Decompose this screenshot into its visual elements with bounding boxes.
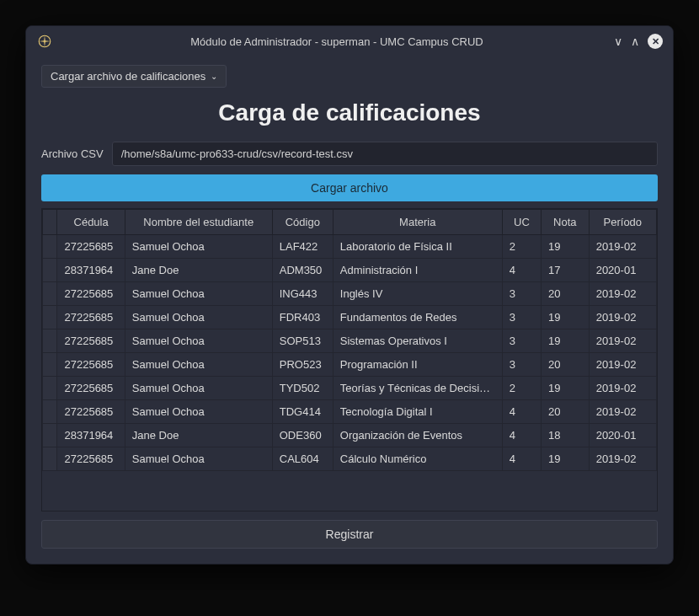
cell-cedula[interactable]: 27225685 (57, 377, 125, 400)
table-row[interactable]: 28371964Jane DoeADM350Administración I41… (43, 259, 657, 282)
cell-cedula[interactable]: 27225685 (57, 329, 125, 353)
cell-nombre[interactable]: Samuel Ochoa (125, 306, 272, 329)
cell-codigo[interactable]: LAF422 (272, 235, 333, 259)
cell-nota[interactable]: 19 (542, 377, 590, 400)
cell-nombre[interactable]: Jane Doe (125, 259, 272, 282)
cell-nombre[interactable]: Samuel Ochoa (125, 447, 272, 471)
cell-nombre[interactable]: Samuel Ochoa (125, 353, 272, 377)
cell-periodo[interactable]: 2020-01 (589, 259, 656, 282)
row-handle[interactable] (43, 282, 57, 306)
cell-materia[interactable]: Organización de Eventos (333, 424, 502, 447)
cell-periodo[interactable]: 2019-02 (589, 235, 656, 259)
table-row[interactable]: 27225685Samuel OchoaING443Inglés IV32020… (43, 282, 657, 306)
cell-materia[interactable]: Inglés IV (333, 282, 502, 306)
csv-path-input[interactable] (112, 142, 658, 166)
table-row[interactable]: 27225685Samuel OchoaPRO523Programación I… (43, 353, 657, 377)
cell-uc[interactable]: 3 (502, 329, 541, 353)
cell-periodo[interactable]: 2019-02 (589, 447, 656, 471)
table-row[interactable]: 27225685Samuel OchoaSOP513Sistemas Opera… (43, 329, 657, 353)
cell-materia[interactable]: Laboratorio de Física II (333, 235, 502, 259)
row-handle[interactable] (43, 353, 57, 377)
cell-nota[interactable]: 17 (542, 259, 590, 282)
cell-cedula[interactable]: 28371964 (57, 424, 125, 447)
row-handle[interactable] (43, 306, 57, 329)
table-row[interactable]: 27225685Samuel OchoaTYD502Teorías y Técn… (43, 377, 657, 400)
cell-periodo[interactable]: 2019-02 (589, 306, 656, 329)
row-handle[interactable] (43, 447, 57, 471)
header-cedula[interactable]: Cédula (57, 210, 125, 235)
row-handle[interactable] (43, 259, 57, 282)
cell-nombre[interactable]: Samuel Ochoa (125, 235, 272, 259)
row-handle[interactable] (43, 377, 57, 400)
cell-materia[interactable]: Tecnología Digital I (333, 400, 502, 424)
cell-uc[interactable]: 2 (502, 235, 541, 259)
cell-nota[interactable]: 20 (542, 353, 590, 377)
cell-nota[interactable]: 20 (542, 282, 590, 306)
cell-nombre[interactable]: Samuel Ochoa (125, 282, 272, 306)
cell-periodo[interactable]: 2020-01 (589, 424, 656, 447)
cell-uc[interactable]: 4 (502, 259, 541, 282)
header-codigo[interactable]: Código (272, 210, 333, 235)
cell-cedula[interactable]: 27225685 (57, 235, 125, 259)
cell-cedula[interactable]: 27225685 (57, 447, 125, 471)
cell-materia[interactable]: Teorías y Técnicas de Decisi… (333, 377, 502, 400)
header-materia[interactable]: Materia (333, 210, 502, 235)
row-handle[interactable] (43, 424, 57, 447)
cell-uc[interactable]: 4 (502, 400, 541, 424)
header-uc[interactable]: UC (502, 210, 541, 235)
header-periodo[interactable]: Período (589, 210, 656, 235)
cell-codigo[interactable]: CAL604 (272, 447, 333, 471)
cell-cedula[interactable]: 27225685 (57, 400, 125, 424)
table-row[interactable]: 27225685Samuel OchoaFDR403Fundamentos de… (43, 306, 657, 329)
cell-periodo[interactable]: 2019-02 (589, 353, 656, 377)
cell-periodo[interactable]: 2019-02 (589, 329, 656, 353)
cell-uc[interactable]: 4 (502, 447, 541, 471)
cell-materia[interactable]: Cálculo Numérico (333, 447, 502, 471)
action-dropdown[interactable]: Cargar archivo de calificaciones ⌄ (41, 65, 227, 88)
table-row[interactable]: 27225685Samuel OchoaLAF422Laboratorio de… (43, 235, 657, 259)
cell-cedula[interactable]: 27225685 (57, 282, 125, 306)
cell-codigo[interactable]: ADM350 (272, 259, 333, 282)
row-handle[interactable] (43, 329, 57, 353)
cell-materia[interactable]: Programación II (333, 353, 502, 377)
cell-uc[interactable]: 3 (502, 282, 541, 306)
cell-uc[interactable]: 4 (502, 424, 541, 447)
cell-nota[interactable]: 20 (542, 400, 590, 424)
cell-nota[interactable]: 19 (542, 329, 590, 353)
cell-cedula[interactable]: 27225685 (57, 353, 125, 377)
cell-periodo[interactable]: 2019-02 (589, 400, 656, 424)
cell-materia[interactable]: Sistemas Operativos I (333, 329, 502, 353)
cell-uc[interactable]: 2 (502, 377, 541, 400)
cell-nota[interactable]: 19 (542, 447, 590, 471)
cell-nombre[interactable]: Samuel Ochoa (125, 329, 272, 353)
cell-nota[interactable]: 19 (542, 306, 590, 329)
cell-materia[interactable]: Fundamentos de Redes (333, 306, 502, 329)
cell-codigo[interactable]: ING443 (272, 282, 333, 306)
cell-uc[interactable]: 3 (502, 353, 541, 377)
header-nombre[interactable]: Nombre del estudiante (125, 210, 272, 235)
cell-nota[interactable]: 18 (542, 424, 590, 447)
cell-nombre[interactable]: Jane Doe (125, 424, 272, 447)
cell-materia[interactable]: Administración I (333, 259, 502, 282)
table-row[interactable]: 27225685Samuel OchoaTDG414Tecnología Dig… (43, 400, 657, 424)
minimize-icon[interactable]: ∨ (614, 35, 622, 47)
table-row[interactable]: 27225685Samuel OchoaCAL604Cálculo Numéri… (43, 447, 657, 471)
cell-nombre[interactable]: Samuel Ochoa (125, 400, 272, 424)
row-handle[interactable] (43, 235, 57, 259)
cell-cedula[interactable]: 27225685 (57, 306, 125, 329)
cell-codigo[interactable]: FDR403 (272, 306, 333, 329)
cell-codigo[interactable]: TDG414 (272, 400, 333, 424)
cell-codigo[interactable]: PRO523 (272, 353, 333, 377)
cell-uc[interactable]: 3 (502, 306, 541, 329)
cell-nombre[interactable]: Samuel Ochoa (125, 377, 272, 400)
load-file-button[interactable]: Cargar archivo (41, 174, 658, 201)
row-handle[interactable] (43, 400, 57, 424)
maximize-icon[interactable]: ∧ (631, 35, 639, 47)
cell-nota[interactable]: 19 (542, 235, 590, 259)
cell-codigo[interactable]: TYD502 (272, 377, 333, 400)
cell-periodo[interactable]: 2019-02 (589, 282, 656, 306)
cell-codigo[interactable]: ODE360 (272, 424, 333, 447)
cell-codigo[interactable]: SOP513 (272, 329, 333, 353)
cell-periodo[interactable]: 2019-02 (589, 377, 656, 400)
close-icon[interactable]: ✕ (648, 34, 663, 49)
